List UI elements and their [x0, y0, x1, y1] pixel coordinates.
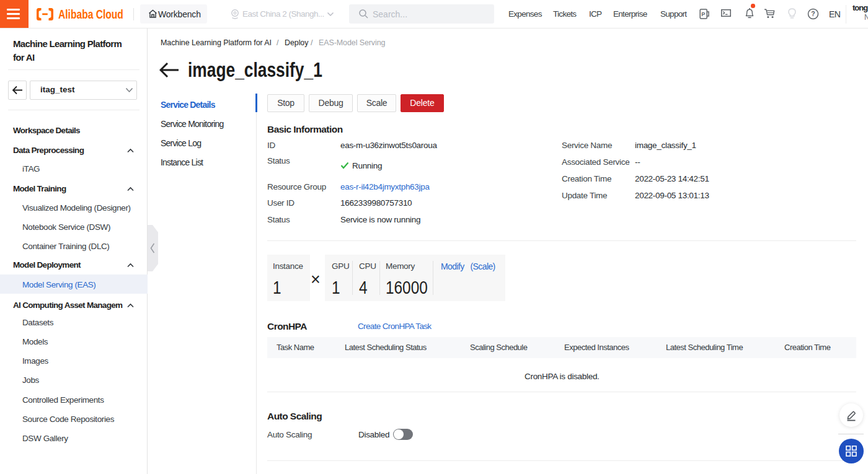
svg-text:P: P [701, 11, 705, 17]
svg-text:?: ? [811, 10, 815, 17]
